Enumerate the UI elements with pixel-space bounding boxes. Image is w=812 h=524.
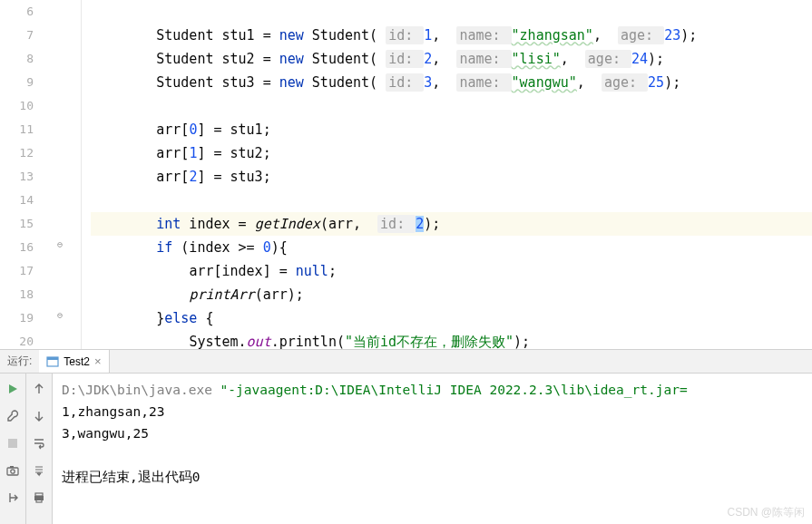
code-line[interactable]: arr[index] = null; [91,259,812,283]
console-output[interactable]: D:\JDK\bin\java.exe "-javaagent:D:\IDEA\… [53,374,812,524]
line-number: 19 [0,306,34,330]
line-number: 9 [0,71,34,94]
code-line[interactable]: Student stu3 = new Student( id: 3, name:… [91,71,812,94]
run-toolbar-left [0,374,26,524]
code-line[interactable]: printArr(arr); [91,283,812,306]
code-line[interactable]: }else { [91,306,812,330]
run-tab[interactable]: Test2 × [39,350,109,373]
wrench-icon[interactable] [5,408,21,424]
run-toolbar-right [26,374,53,524]
line-number: 6 [0,0,34,24]
code-area[interactable]: Student stu1 = new Student( id: 1, name:… [82,0,812,349]
run-body: D:\JDK\bin\java.exe "-javaagent:D:\IDEA\… [0,374,812,524]
camera-icon[interactable] [5,462,21,479]
code-line[interactable]: int index = getIndex(arr, id: 2); [91,212,812,236]
code-line[interactable]: arr[2] = stu3; [91,165,812,189]
line-number: 14 [0,189,34,212]
line-number: 12 [0,141,34,165]
svg-rect-2 [8,439,17,448]
up-arrow-icon[interactable] [31,381,47,397]
code-line[interactable]: if (index >= 0){ [91,236,812,259]
code-line[interactable]: Student stu2 = new Student( id: 2, name:… [91,47,812,71]
down-arrow-icon[interactable] [31,408,47,424]
fold-icon[interactable]: ⊖ [57,239,68,250]
console-line: 1,zhangsan,23 [62,401,803,422]
line-number: 11 [0,118,34,141]
code-line[interactable] [91,0,812,24]
line-number-gutter: 67891011121314151617181920 [0,0,50,349]
scroll-to-end-icon[interactable] [31,462,47,479]
application-icon [46,355,59,368]
line-number: 10 [0,94,34,118]
svg-rect-6 [35,493,43,496]
exit-icon[interactable] [5,490,21,506]
svg-point-4 [11,470,15,473]
close-icon[interactable]: × [94,354,102,368]
run-panel: 运行: Test2 × [0,350,812,524]
fold-icon[interactable]: ⊖ [57,310,68,321]
console-line: 3,wangwu,25 [62,422,803,444]
line-number: 16 [0,236,34,259]
rerun-icon[interactable] [5,381,21,397]
svg-rect-5 [10,466,14,468]
run-tab-label: Test2 [64,355,90,368]
console-line: D:\JDK\bin\java.exe "-javaagent:D:\IDEA\… [62,379,803,401]
console-line: 进程已结束,退出代码0 [62,466,803,488]
print-icon[interactable] [31,490,47,506]
line-number: 15 [0,212,34,236]
code-line[interactable]: arr[0] = stu1; [91,118,812,141]
run-label: 运行: [0,354,39,369]
code-line[interactable] [91,94,812,118]
svg-rect-8 [36,500,42,502]
code-editor[interactable]: 67891011121314151617181920 ⊖ ⊖ Student s… [0,0,812,349]
code-line[interactable]: Student stu1 = new Student( id: 1, name:… [91,24,812,47]
line-number: 17 [0,259,34,283]
code-line[interactable] [91,189,812,212]
line-number: 7 [0,24,34,47]
code-line[interactable]: arr[1] = stu2; [91,141,812,165]
watermark: CSDN @陈等闲 [727,505,805,520]
soft-wrap-icon[interactable] [31,435,47,451]
run-header: 运行: Test2 × [0,350,812,374]
stop-icon[interactable] [5,435,21,451]
svg-rect-1 [47,357,58,360]
line-number: 8 [0,47,34,71]
line-number: 13 [0,165,34,189]
line-number: 18 [0,283,34,306]
fold-gutter: ⊖ ⊖ [50,0,82,349]
console-line [62,444,803,466]
